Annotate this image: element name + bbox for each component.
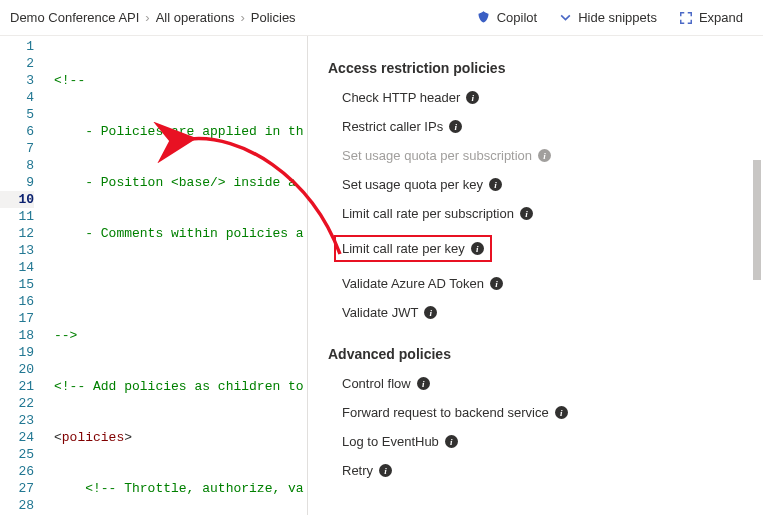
policy-limit-rate-key[interactable]: Limit call rate per key	[334, 235, 492, 262]
chevron-right-icon: ›	[240, 10, 244, 25]
expand-button[interactable]: Expand	[679, 10, 743, 25]
policy-log-eventhub[interactable]: Log to EventHub	[342, 434, 745, 449]
breadcrumb-operations[interactable]: All operations	[156, 10, 235, 25]
hide-snippets-label: Hide snippets	[578, 10, 657, 25]
info-icon[interactable]	[555, 406, 568, 419]
info-icon[interactable]	[445, 435, 458, 448]
policy-forward-request[interactable]: Forward request to backend service	[342, 405, 745, 420]
info-icon	[538, 149, 551, 162]
copilot-label: Copilot	[497, 10, 537, 25]
copilot-icon	[476, 10, 491, 25]
chevron-down-icon	[559, 11, 572, 24]
expand-icon	[679, 11, 693, 25]
info-icon[interactable]	[379, 464, 392, 477]
access-policy-list: Check HTTP header Restrict caller IPs Se…	[328, 90, 745, 320]
code-content[interactable]: <!-- - Policies are applied in th - Posi…	[48, 36, 307, 515]
section-advanced-title: Advanced policies	[328, 346, 745, 362]
scrollbar-thumb[interactable]	[753, 160, 761, 280]
info-icon[interactable]	[489, 178, 502, 191]
code-editor[interactable]: 1234567891011121314151617181920212223242…	[0, 36, 308, 515]
line-gutter: 1234567891011121314151617181920212223242…	[0, 36, 48, 515]
section-access-title: Access restriction policies	[328, 60, 745, 76]
info-icon[interactable]	[490, 277, 503, 290]
info-icon[interactable]	[466, 91, 479, 104]
info-icon[interactable]	[449, 120, 462, 133]
policy-limit-rate-subscription[interactable]: Limit call rate per subscription	[342, 206, 745, 221]
info-icon[interactable]	[520, 207, 533, 220]
chevron-right-icon: ›	[145, 10, 149, 25]
breadcrumb-policies: Policies	[251, 10, 296, 25]
expand-label: Expand	[699, 10, 743, 25]
info-icon[interactable]	[424, 306, 437, 319]
policy-retry[interactable]: Retry	[342, 463, 745, 478]
toolbar-actions: Copilot Hide snippets Expand	[476, 10, 753, 25]
advanced-policy-list: Control flow Forward request to backend …	[328, 376, 745, 478]
policy-validate-jwt[interactable]: Validate JWT	[342, 305, 745, 320]
policy-check-http-header[interactable]: Check HTTP header	[342, 90, 745, 105]
policy-set-quota-subscription: Set usage quota per subscription	[342, 148, 745, 163]
main: 1234567891011121314151617181920212223242…	[0, 36, 763, 515]
copilot-button[interactable]: Copilot	[476, 10, 537, 25]
policy-set-quota-key[interactable]: Set usage quota per key	[342, 177, 745, 192]
breadcrumb: Demo Conference API › All operations › P…	[10, 10, 296, 25]
policy-control-flow[interactable]: Control flow	[342, 376, 745, 391]
policy-validate-azure-ad[interactable]: Validate Azure AD Token	[342, 276, 745, 291]
top-bar: Demo Conference API › All operations › P…	[0, 0, 763, 36]
info-icon[interactable]	[471, 242, 484, 255]
info-icon[interactable]	[417, 377, 430, 390]
policies-pane: Access restriction policies Check HTTP h…	[308, 36, 763, 515]
hide-snippets-button[interactable]: Hide snippets	[559, 10, 657, 25]
policy-restrict-caller-ips[interactable]: Restrict caller IPs	[342, 119, 745, 134]
breadcrumb-api[interactable]: Demo Conference API	[10, 10, 139, 25]
